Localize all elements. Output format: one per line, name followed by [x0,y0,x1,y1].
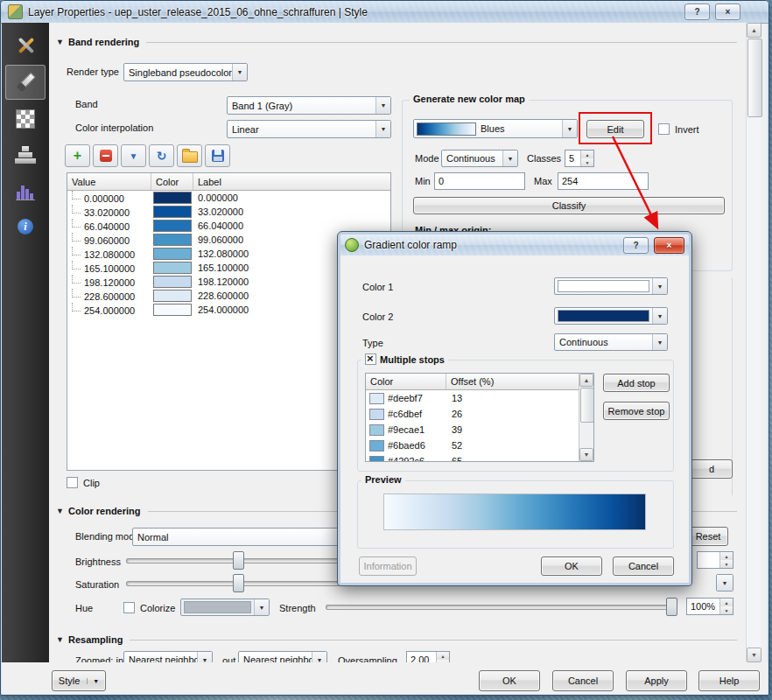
color2-combo[interactable] [554,307,668,325]
load-colormap-file-button[interactable] [177,144,202,167]
spin-down-icon[interactable] [720,606,733,614]
information-button[interactable]: Information [359,556,417,576]
strength-spinbox[interactable]: 100% [686,598,733,615]
zoomed-out-combo[interactable]: Nearest neighbour [238,651,327,662]
color-column-header[interactable]: Color [151,173,193,190]
vertical-scrollbar[interactable] [746,23,761,662]
color-ramp-combo[interactable]: Blues [413,119,578,138]
resampling-section-header[interactable]: Resampling [56,633,737,647]
save-colormap-file-button[interactable] [205,144,230,167]
spin-up-icon[interactable] [720,552,733,560]
remove-value-button[interactable] [93,144,118,167]
color-swatch [153,248,192,260]
sidebar-item-general[interactable] [6,29,45,62]
multiple-stops-checkbox[interactable] [365,354,376,365]
load-button-fragment[interactable]: d [691,459,733,479]
dialog-cancel-button[interactable]: Cancel [613,556,674,576]
sidebar-item-histogram[interactable] [6,174,45,207]
color-interpolation-combo[interactable]: Linear [227,120,391,138]
min-input[interactable]: 0 [434,172,525,190]
dialog-icon [345,238,359,252]
spin-up-icon[interactable] [437,652,449,660]
help-button[interactable]: Help [698,670,760,691]
stop-row[interactable]: #deebf713 [366,390,593,406]
window-help-button[interactable]: ? [684,4,710,20]
add-value-button[interactable] [65,144,90,167]
remove-stop-button[interactable]: Remove stop [603,402,670,420]
add-stop-button[interactable]: Add stop [603,374,670,392]
cancel-button[interactable]: Cancel [552,670,614,691]
spin-down-icon[interactable] [720,560,733,568]
collapse-arrow-icon [56,38,68,46]
reset-label: Reset [696,531,721,542]
mode-label: Mode [415,153,439,164]
scrollbar-thumb[interactable] [580,388,594,423]
tree-branch-icon [72,233,81,242]
band-table-row[interactable]: 33.02000033.020000 [67,205,390,219]
color-interpolation-label: Color interpolation [75,122,153,133]
zoomed-in-combo[interactable]: Nearest neighbour [123,651,213,662]
brightness-spinbox-fragment[interactable] [697,551,733,569]
oversampling-spinbox[interactable]: 2.00 [406,651,450,662]
sort-values-button[interactable] [121,144,146,167]
spin-up-icon[interactable] [720,598,733,606]
strength-label: Strength [279,603,316,613]
stop-row[interactable]: #9ecae139 [366,422,593,438]
color1-combo[interactable] [554,277,668,295]
band-row-value: 254.000000 [67,303,151,317]
band-rendering-section-header[interactable]: Band rendering [56,35,737,49]
grayscale-combo-fragment[interactable] [716,574,733,592]
strength-slider[interactable] [326,598,676,614]
slider-thumb[interactable] [666,598,677,616]
stops-table[interactable]: Color Offset (%) #deebf713#c6dbef26#9eca… [365,373,594,462]
sidebar-item-transparency[interactable] [6,102,45,136]
colorize-color-combo[interactable] [180,598,270,616]
band-row-color [151,247,193,261]
dialog-title: Gradient color ramp [364,239,457,251]
band-combo[interactable]: Band 1 (Gray) [227,96,391,115]
stops-table-body: #deebf713#c6dbef26#9ecae139#6baed652#429… [366,390,593,462]
reset-button[interactable]: Reset [688,527,728,546]
stops-offset-column-header[interactable]: Offset (%) [446,374,593,389]
zoomed-out-value: Nearest neighbour [239,654,312,662]
stop-row[interactable]: #c6dbef26 [366,406,593,422]
apply-button[interactable]: Apply [626,670,687,691]
sidebar-item-pyramids[interactable] [6,138,45,172]
band-table-row[interactable]: 0.0000000.000000 [67,191,390,205]
refresh-values-button[interactable] [149,144,174,167]
stops-table-scrollbar[interactable] [579,374,593,461]
slider-track[interactable] [326,605,676,610]
color1-label: Color 1 [362,282,393,292]
sidebar-item-style[interactable] [5,65,46,100]
sidebar-item-metadata[interactable] [6,210,45,243]
render-type-combo[interactable]: Singleband pseudocolor [123,63,248,81]
saturation-slider[interactable] [126,574,348,591]
scrollbar-thumb[interactable] [747,38,762,117]
style-menu-button[interactable]: Style [52,670,106,691]
scroll-down-button[interactable] [579,448,593,461]
slider-thumb[interactable] [233,574,244,592]
label-column-header[interactable]: Label [193,173,390,190]
dialog-footer: Style OK Cancel Apply Help [2,662,768,694]
hue-label: Hue [75,603,93,613]
colorize-checkbox[interactable] [123,602,135,613]
stop-row[interactable]: #4292c665 [366,453,593,462]
scroll-up-button[interactable] [747,23,761,38]
tree-branch-icon [72,303,81,312]
value-column-header[interactable]: Value [67,173,151,190]
stops-color-column-header[interactable]: Color [366,374,446,389]
stop-row[interactable]: #6baed652 [366,438,593,453]
scroll-down-button[interactable] [747,648,761,662]
slider-thumb[interactable] [233,551,244,570]
window-titlebar[interactable]: Layer Properties - uep_uster_release_201… [1,1,768,24]
scroll-up-button[interactable] [579,374,593,387]
ok-button[interactable]: OK [479,670,540,691]
mode-combo[interactable]: Continuous [441,150,518,167]
tree-branch-icon [72,205,81,214]
clip-checkbox[interactable] [67,477,78,488]
tools-icon [15,35,36,56]
ramp-type-combo[interactable]: Continuous [554,333,668,351]
brightness-slider[interactable] [126,551,348,568]
window-close-button[interactable]: × [715,4,740,20]
dialog-ok-button[interactable]: OK [541,556,602,576]
